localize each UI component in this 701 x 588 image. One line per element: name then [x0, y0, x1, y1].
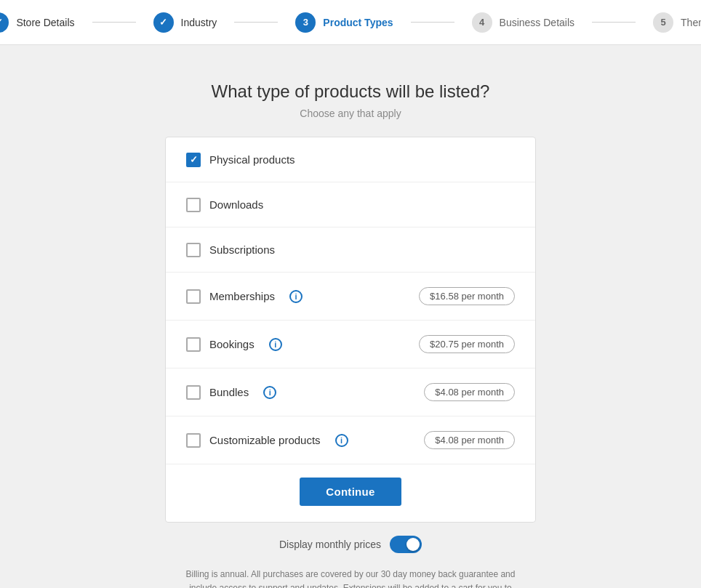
option-downloads[interactable]: Downloads [166, 182, 535, 227]
memberships-price: $16.58 per month [419, 287, 515, 305]
bookings-price: $20.75 per month [419, 335, 515, 353]
step-theme[interactable]: 5 Theme [636, 12, 701, 33]
step-circle-theme: 5 [653, 12, 673, 33]
toggle-label: Display monthly prices [279, 539, 381, 550]
bookings-label: Bookings [209, 338, 255, 350]
checkmark-icon-2: ✓ [159, 17, 167, 28]
customizable-products-wrapper: Customizable products i [186, 433, 424, 448]
step-number-product-types: 3 [303, 17, 308, 28]
physical-products-wrapper: Physical products [186, 153, 515, 167]
option-physical-products[interactable]: Physical products [166, 137, 535, 182]
display-monthly-toggle[interactable] [390, 536, 422, 553]
product-types-card: Physical products Downloads Subscription… [165, 137, 536, 523]
top-nav: ✓ Store Details ✓ Industry 3 Product Typ… [0, 0, 701, 45]
downloads-wrapper: Downloads [186, 198, 515, 212]
memberships-label: Memberships [209, 290, 275, 302]
step-business-details[interactable]: 4 Business Details [454, 12, 593, 33]
toggle-row: Display monthly prices [279, 536, 422, 553]
checkbox-physical-products[interactable] [186, 153, 201, 167]
nav-separator-3 [411, 22, 454, 23]
step-product-types[interactable]: 3 Product Types [278, 12, 410, 33]
nav-steps: ✓ Store Details ✓ Industry 3 Product Typ… [0, 12, 701, 33]
continue-button[interactable]: Continue [300, 478, 401, 506]
step-label-business-details: Business Details [500, 17, 575, 28]
bundles-info-icon[interactable]: i [263, 386, 276, 399]
step-label-product-types: Product Types [323, 17, 393, 28]
step-industry[interactable]: ✓ Industry [136, 12, 235, 33]
memberships-wrapper: Memberships i [186, 289, 419, 304]
option-bookings[interactable]: Bookings i $20.75 per month [166, 321, 535, 368]
main-content: What type of products will be listed? Ch… [0, 45, 701, 588]
nav-separator-2 [234, 22, 278, 23]
step-label-industry: Industry [181, 17, 217, 28]
customizable-products-info-icon[interactable]: i [335, 434, 348, 447]
checkbox-customizable-products[interactable] [186, 433, 201, 448]
customizable-products-label: Customizable products [209, 434, 321, 446]
step-number-theme: 5 [660, 17, 665, 28]
step-circle-industry: ✓ [153, 12, 174, 33]
option-subscriptions[interactable]: Subscriptions [166, 227, 535, 273]
checkbox-downloads[interactable] [186, 198, 201, 212]
option-memberships[interactable]: Memberships i $16.58 per month [166, 273, 535, 321]
option-customizable-products[interactable]: Customizable products i $4.08 per month [166, 416, 535, 464]
checkmark-icon: ✓ [0, 17, 3, 28]
step-circle-product-types: 3 [295, 12, 316, 33]
step-circle-store-details: ✓ [0, 12, 9, 33]
bundles-price: $4.08 per month [424, 383, 515, 401]
step-number-business-details: 4 [479, 17, 484, 28]
nav-separator-1 [92, 22, 136, 23]
page-subtitle: Choose any that apply [300, 108, 401, 119]
toggle-thumb [406, 538, 420, 551]
bookings-wrapper: Bookings i [186, 337, 419, 352]
customizable-products-price: $4.08 per month [424, 431, 515, 449]
bundles-wrapper: Bundles i [186, 385, 424, 400]
subscriptions-label: Subscriptions [209, 243, 275, 256]
checkbox-bundles[interactable] [186, 385, 201, 400]
step-label-store-details: Store Details [16, 17, 74, 28]
bundles-label: Bundles [209, 386, 249, 398]
step-circle-business-details: 4 [472, 12, 492, 33]
checkbox-memberships[interactable] [186, 289, 201, 304]
bookings-info-icon[interactable]: i [269, 338, 282, 351]
checkbox-bookings[interactable] [186, 337, 201, 352]
downloads-label: Downloads [209, 198, 263, 211]
checkbox-subscriptions[interactable] [186, 243, 201, 257]
subscriptions-wrapper: Subscriptions [186, 243, 515, 257]
page-title: What type of products will be listed? [212, 81, 490, 102]
memberships-info-icon[interactable]: i [289, 290, 303, 303]
option-bundles[interactable]: Bundles i $4.08 per month [166, 368, 535, 416]
billing-note: Billing is annual. All purchases are cov… [165, 568, 536, 588]
nav-separator-4 [592, 22, 636, 23]
step-label-theme: Theme [681, 17, 701, 28]
step-store-details[interactable]: ✓ Store Details [0, 12, 92, 33]
physical-products-label: Physical products [209, 153, 295, 166]
